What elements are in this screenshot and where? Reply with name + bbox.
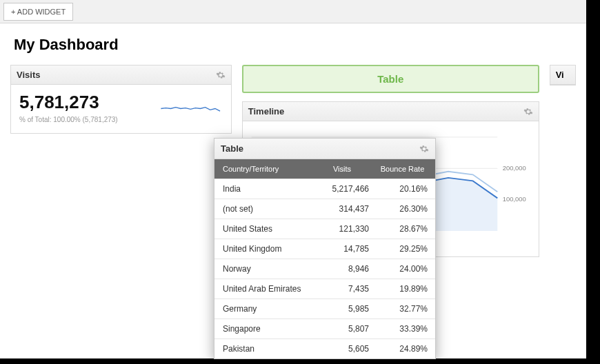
add-widget-button[interactable]: + ADD WIDGET [3, 3, 73, 21]
visits-widget-title: Visits [17, 70, 40, 80]
table-header-country[interactable]: Country/Territory [214, 159, 311, 179]
country-cell: United Kingdom [214, 239, 311, 259]
table-row[interactable]: (not set)314,43726.30% [214, 199, 435, 219]
table-row[interactable]: United Kingdom14,78529.25% [214, 239, 435, 259]
page-title: My Dashboard [0, 23, 586, 65]
table-row[interactable]: India5,217,46620.16% [214, 179, 435, 199]
bounce-cell: 20.16% [373, 179, 432, 199]
country-cell: (not set) [214, 199, 311, 219]
table-row[interactable]: United States121,33028.67% [214, 219, 435, 239]
toolbar: + ADD WIDGET [0, 0, 586, 23]
cutoff-widget-title: Vi [550, 65, 575, 85]
bounce-cell: 24.00% [373, 259, 432, 279]
visits-cell: 5,807 [311, 319, 373, 338]
gear-icon[interactable] [523, 107, 533, 117]
table-row[interactable]: Germany5,98532.77% [214, 299, 435, 318]
visits-cell: 14,785 [311, 239, 373, 259]
visits-cell: 7,435 [311, 279, 373, 299]
table-row[interactable]: Pakistan5,60524.89% [214, 338, 435, 358]
table-chip[interactable]: Table [242, 65, 539, 93]
bounce-cell: 28.67% [373, 219, 432, 239]
country-cell: United States [214, 219, 311, 239]
visits-sparkline [161, 100, 223, 117]
svg-text:200,000: 200,000 [503, 165, 526, 172]
visits-cell: 8,946 [311, 259, 373, 279]
country-cell: India [214, 179, 311, 199]
country-cell: Singapore [214, 319, 311, 338]
bounce-cell: 32.77% [373, 299, 432, 318]
visits-cell: 5,985 [311, 299, 373, 318]
timeline-widget-title: Timeline [248, 106, 285, 117]
cutoff-widget: Vi [550, 65, 576, 85]
svg-text:100,000: 100,000 [503, 196, 526, 203]
visits-cell: 5,217,466 [311, 179, 373, 199]
table-row[interactable]: United Arab Emirates7,43519.89% [214, 279, 435, 299]
country-cell: Pakistan [214, 339, 311, 358]
floating-table-title: Table [221, 143, 243, 154]
table-row[interactable]: Singapore5,80733.39% [214, 318, 435, 338]
bounce-cell: 24.89% [373, 339, 432, 358]
visits-cell: 5,605 [311, 339, 373, 358]
gear-icon[interactable] [216, 70, 226, 80]
country-cell: Germany [214, 299, 311, 318]
bounce-cell: 26.30% [373, 199, 432, 219]
visits-cell: 121,330 [311, 219, 373, 239]
country-cell: Norway [214, 259, 311, 279]
bounce-cell: 29.25% [373, 239, 432, 259]
table-header-row: Country/Territory Visits Bounce Rate [214, 159, 435, 179]
floating-table-widget[interactable]: Table Country/Territory Visits Bounce Ra… [214, 138, 436, 359]
visits-metric-subtext: % of Total: 100.00% (5,781,273) [19, 116, 118, 123]
table-header-bounce[interactable]: Bounce Rate [373, 159, 432, 179]
table-row[interactable]: Norway8,94624.00% [214, 259, 435, 279]
gear-icon[interactable] [419, 144, 429, 154]
visits-metric-value: 5,781,273 [19, 92, 118, 113]
visits-widget: Visits 5,781,273 % of Total: 100.00% (5,… [10, 65, 232, 134]
bounce-cell: 19.89% [373, 279, 432, 299]
country-cell: United Arab Emirates [214, 279, 311, 299]
visits-cell: 314,437 [311, 199, 373, 219]
bounce-cell: 33.39% [373, 319, 432, 338]
table-header-visits[interactable]: Visits [311, 159, 373, 179]
